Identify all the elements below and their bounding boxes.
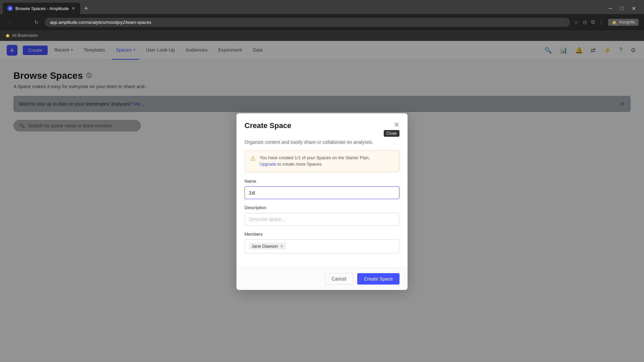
maximize-button[interactable]: □ <box>618 4 626 13</box>
active-tab[interactable]: A Browse Spaces - Amplitude ✕ <box>3 3 80 14</box>
menu-icon[interactable]: ⋮ <box>599 19 604 25</box>
address-input[interactable] <box>45 18 570 27</box>
reload-button[interactable]: ↻ <box>32 18 41 27</box>
incognito-badge: Incognito <box>608 19 639 26</box>
create-space-modal: Create Space ✕ Close Organize content an… <box>236 113 408 290</box>
star-icon[interactable]: ☆ <box>574 19 579 25</box>
warning-text: You have created 1/1 of your Spaces on t… <box>260 155 370 168</box>
tab-title: Browse Spaces - Amplitude <box>15 6 69 11</box>
warning-box: ⚠ You have created 1/1 of your Spaces on… <box>245 150 399 172</box>
member-tag-jane-dawson: Jane Dawson ✕ <box>249 243 286 250</box>
tab-bar: A Browse Spaces - Amplitude ✕ + ─ □ ✕ <box>0 0 644 14</box>
modal-title: Create Space <box>245 121 291 130</box>
profile-icon[interactable]: ⊙ <box>583 19 587 25</box>
members-input[interactable]: Jane Dawson ✕ <box>245 239 399 253</box>
close-tooltip: Close <box>384 130 399 137</box>
browser-chrome: A Browse Spaces - Amplitude ✕ + ─ □ ✕ ← … <box>0 0 644 41</box>
members-label: Members <box>245 232 399 237</box>
member-tag-remove-button[interactable]: ✕ <box>280 244 283 249</box>
modal-subtitle: Organize content and easily share or col… <box>236 137 408 145</box>
modal-overlay: Create Space ✕ Close Organize content an… <box>0 41 644 362</box>
name-label: Name <box>245 179 399 184</box>
upgrade-link[interactable]: Upgrade <box>260 162 276 167</box>
app-container: A Create Recent ▾ Templates Spaces ▾ Use… <box>0 41 644 362</box>
window-controls: ─ □ ✕ <box>606 4 641 13</box>
modal-close-button[interactable]: ✕ <box>394 121 399 128</box>
members-form-group: Members Jane Dawson ✕ <box>245 232 399 253</box>
address-bar: ← → ↻ ☆ ⊙ ⧉ ⋮ Incognito <box>0 14 644 30</box>
tab-favicon: A <box>7 6 13 11</box>
all-bookmarks-link[interactable]: All Bookmarks <box>5 33 38 38</box>
name-form-group: Name <box>245 179 399 199</box>
description-label: Description <box>245 205 399 210</box>
modal-footer: Cancel Create Space <box>236 267 408 290</box>
name-input[interactable] <box>245 186 399 199</box>
bookmarks-bar: All Bookmarks <box>0 30 644 41</box>
modal-close-area: ✕ Close <box>384 121 399 137</box>
modal-body: ⚠ You have created 1/1 of your Spaces on… <box>236 145 408 267</box>
new-tab-button[interactable]: + <box>82 3 91 14</box>
description-input[interactable] <box>245 213 399 226</box>
member-tag-label: Jane Dawson <box>252 244 278 249</box>
create-space-button[interactable]: Create Space <box>357 273 399 285</box>
back-button[interactable]: ← <box>5 18 15 26</box>
warning-icon: ⚠ <box>250 155 256 168</box>
cancel-button[interactable]: Cancel <box>325 273 354 285</box>
description-form-group: Description <box>245 205 399 226</box>
tab-close-btn[interactable]: ✕ <box>71 6 75 11</box>
minimize-button[interactable]: ─ <box>606 4 615 13</box>
extensions-icon[interactable]: ⧉ <box>591 19 595 25</box>
incognito-label: Incognito <box>619 20 635 24</box>
address-bar-actions: ☆ ⊙ ⧉ ⋮ Incognito <box>574 19 639 26</box>
forward-button[interactable]: → <box>19 18 28 26</box>
modal-header: Create Space ✕ Close <box>236 113 408 137</box>
close-window-button[interactable]: ✕ <box>629 4 639 13</box>
